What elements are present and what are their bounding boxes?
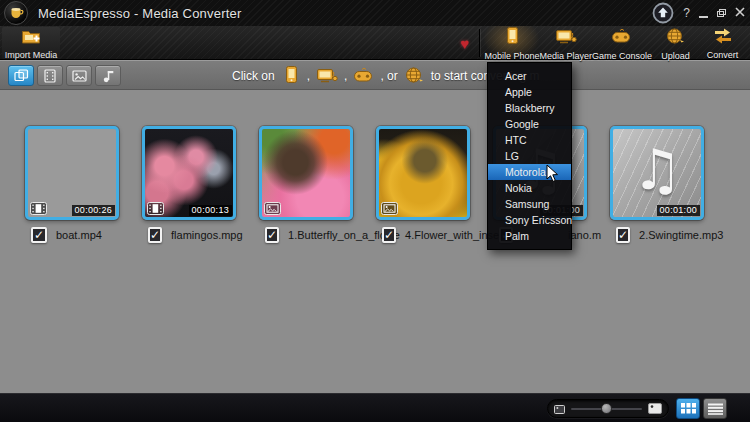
media-thumbnail[interactable] [259,126,353,220]
help-button[interactable]: ? [683,7,690,19]
filter-music-icon [102,69,115,83]
mouse-cursor-icon [546,164,559,187]
media-thumbnail[interactable] [376,126,470,220]
favorites-button[interactable]: ♥ [451,26,477,60]
grid-view-button[interactable] [676,398,700,419]
media-checkbox[interactable]: ✓ [31,227,47,243]
toolbar-button-convert[interactable]: Convert [699,26,746,60]
filter-video-icon [44,69,56,83]
filter-bar: Click on , , , or to start converting m [0,60,750,90]
media-filename: boat.mp4 [56,229,102,241]
toolbar-button-mobile-phone[interactable]: Mobile Phone [484,26,539,60]
app-logo-icon [4,1,28,25]
toolbar-button-game-console[interactable]: Game Console [592,26,652,60]
mobile-phone-mini-icon [281,65,301,88]
grid-view-icon [681,403,696,414]
slider-track[interactable] [571,408,642,410]
filter-video-button[interactable] [37,65,63,86]
device-menu-item-acer[interactable]: Acer [488,68,571,84]
media-library: 00:00:26 ✓ boat.mp4 00:00:13 ✓ flamingos… [25,126,704,243]
media-item: ✓ 1.Butterfly_on_a_flowe [259,126,353,243]
view-mode-toggle [676,398,727,419]
duration-badge: 00:00:26 [72,205,115,216]
filter-photo-icon [72,70,87,82]
duration-badge: 00:01:00 [657,205,700,216]
device-menu-item-palm[interactable]: Palm [488,228,571,244]
device-menu-item-google[interactable]: Google [488,116,571,132]
mobile-phone-icon [502,26,522,50]
mobile-phone-label: Mobile Phone [484,51,539,61]
upgrade-button[interactable] [652,2,674,24]
thumbnail-zoom-slider[interactable] [547,399,669,418]
duration-badge: 00:00:13 [189,205,232,216]
media-converter-window: MediaEspresso - Media Converter ? Import… [0,0,750,422]
filter-all-media-button[interactable] [8,65,34,86]
device-menu-item-apple[interactable]: Apple [488,84,571,100]
toolbar-divider [479,29,480,57]
media-item: 00:01:00 ♫ ✓ 2.Swingtime.mp3 [610,126,704,243]
media-filename: flamingos.mpg [171,229,243,241]
device-menu-item-blackberry[interactable]: Blackberry [488,100,571,116]
list-view-icon [708,403,723,415]
close-button[interactable] [735,7,745,19]
media-item: ✓ 4.Flower_with_insect.j [376,126,470,243]
zoom-in-icon[interactable] [648,400,662,418]
media-thumbnail[interactable]: 00:00:13 [142,126,236,220]
list-view-button[interactable] [703,398,727,419]
media-checkbox[interactable]: ✓ [382,227,396,243]
restore-button[interactable] [717,9,726,17]
window-title: MediaEspresso - Media Converter [38,6,241,21]
toolbar-button-upload[interactable]: Upload [652,26,699,60]
device-button-group: ♥ Mobile Phone Media Player Game Console… [451,26,746,60]
minimize-button[interactable] [699,16,708,18]
media-filename: iano.m [568,229,601,241]
media-item: 00:00:13 ✓ flamingos.mpg [142,126,236,243]
device-menu-item-samsung[interactable]: Samsung [488,196,571,212]
music-note-icon: ♫ [632,137,682,202]
upload-icon [665,26,686,50]
heart-icon: ♥ [460,36,469,51]
media-checkbox[interactable]: ✓ [265,227,279,243]
media-player-icon [555,26,577,50]
game-console-mini-icon [353,65,374,88]
import-media-label: Import Media [5,50,58,60]
title-bar: MediaEspresso - Media Converter ? [0,0,750,26]
video-type-badge-icon [30,202,47,215]
toolbar-button-media-player[interactable]: Media Player [539,26,592,60]
media-thumbnail[interactable]: 00:01:00 ♫ [610,126,704,220]
game-console-label: Game Console [592,51,652,61]
slider-knob[interactable] [601,403,612,414]
import-media-button[interactable]: Import Media [2,27,60,59]
filter-all-media-icon [14,69,29,82]
photo-type-badge-icon [264,202,281,215]
import-media-icon [21,27,41,49]
media-player-mini-icon [316,65,338,88]
device-menu-item-sony-ericsson[interactable]: Sony Ericsson [488,212,571,228]
game-console-icon [611,26,632,50]
upload-mini-icon [404,65,425,88]
main-toolbar: Import Media ♥ Mobile Phone Media Player… [0,26,750,60]
photo-type-badge-icon [381,202,398,215]
device-brand-menu: AcerAppleBlackberryGoogleHTCLGMotorolaNo… [487,62,572,250]
media-checkbox[interactable]: ✓ [616,227,630,243]
video-type-badge-icon [147,202,164,215]
media-checkbox[interactable]: ✓ [148,227,162,243]
media-item: 00:00:26 ✓ boat.mp4 [25,126,119,243]
bottom-bar [0,393,750,422]
filter-music-button[interactable] [95,65,121,86]
device-menu-item-htc[interactable]: HTC [488,132,571,148]
zoom-out-icon[interactable] [554,400,565,418]
media-player-label: Media Player [539,51,592,61]
media-thumbnail[interactable]: 00:00:26 [25,126,119,220]
media-filename: 2.Swingtime.mp3 [639,229,723,241]
convert-icon [712,27,734,49]
upload-label: Upload [661,51,690,61]
filter-photo-button[interactable] [66,65,92,86]
device-menu-item-lg[interactable]: LG [488,148,571,164]
convert-label: Convert [707,50,739,60]
